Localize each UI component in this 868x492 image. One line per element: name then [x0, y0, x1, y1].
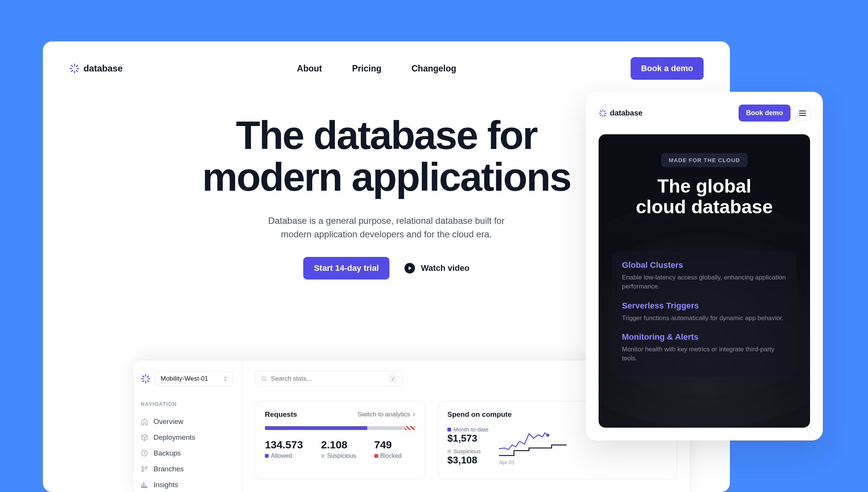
svg-line-14	[143, 381, 144, 382]
menu-button[interactable]	[795, 106, 810, 121]
search-shortcut: /	[389, 375, 397, 383]
metric-value: 134.573	[265, 439, 303, 451]
feature-title: Monitoring & Alerts	[622, 332, 787, 342]
dot-icon	[374, 454, 378, 458]
sidebar-item-label: Insights	[154, 481, 178, 489]
sidebar-item-label: Overview	[154, 418, 183, 426]
sidebar: Mobility-West-01 NAVIGATION Overview Dep…	[133, 360, 242, 492]
mobile-dark-section: MADE FOR THE CLOUD The global cloud data…	[599, 134, 810, 428]
hero-title-line1: The database for	[236, 113, 537, 157]
logo[interactable]: database	[69, 63, 123, 74]
dot-icon	[447, 428, 451, 431]
card-title: Spend on compute	[447, 410, 512, 419]
metric-label: Allowed	[271, 453, 292, 459]
clock-icon	[141, 449, 148, 457]
start-trial-button[interactable]: Start 14-day trial	[303, 257, 389, 279]
dot-icon	[321, 454, 325, 458]
sidebar-item-label: Backups	[154, 449, 181, 457]
feature-item[interactable]: Serverless Triggers Trigger functions au…	[622, 301, 787, 323]
sidebar-item-backups[interactable]: Backups	[141, 445, 234, 461]
feature-item[interactable]: Global Clusters Enable low-latency acces…	[622, 260, 787, 291]
features-list: Global Clusters Enable low-latency acces…	[612, 251, 797, 377]
menu-icon	[799, 111, 806, 116]
hero-subtitle-line2: modern application developers and for th…	[281, 229, 492, 239]
cube-icon	[141, 434, 148, 441]
feature-desc: Trigger functions automatically for dyna…	[622, 314, 787, 323]
watch-video-button[interactable]: Watch video	[404, 263, 470, 273]
chevron-right-icon	[412, 412, 415, 417]
mobile-title: The global cloud database	[612, 176, 797, 217]
requests-card: Requests Switch to analytics 134.573 All…	[255, 401, 425, 479]
svg-line-13	[147, 381, 149, 382]
hero-subtitle-line1: Database is a general purpose, relationa…	[268, 216, 505, 226]
metric-label: Suspicious	[327, 453, 356, 459]
header: database About Pricing Changelog Book a …	[43, 41, 730, 96]
logo-icon	[69, 63, 80, 74]
mobile-preview: database Book demo MADE FOR THE CLOUD Th…	[586, 92, 823, 440]
feature-title: Global Clusters	[622, 260, 787, 270]
nav-label: NAVIGATION	[141, 401, 234, 407]
spend-label: Month-to-date	[453, 426, 488, 433]
mobile-title-line1: The global	[657, 176, 751, 197]
chart-icon	[141, 481, 148, 489]
feature-item[interactable]: Monitoring & Alerts Monitor health with …	[622, 332, 787, 363]
chevron-sort-icon	[223, 376, 228, 382]
nav-about[interactable]: About	[297, 64, 322, 74]
sidebar-item-overview[interactable]: Overview	[141, 414, 234, 430]
feature-desc: Monitor health with key metrics or integ…	[622, 345, 787, 363]
badge: MADE FOR THE CLOUD	[661, 153, 748, 167]
mobile-book-demo-button[interactable]: Book demo	[739, 105, 790, 121]
svg-point-20	[262, 377, 266, 380]
spend-value: $3,108	[447, 454, 488, 466]
svg-line-21	[265, 380, 266, 381]
logo-text: database	[84, 63, 123, 74]
sparkline-chart	[499, 426, 567, 456]
chart-date: Apr 01	[499, 459, 667, 465]
metric-label: Blocked	[380, 453, 402, 459]
nav-changelog[interactable]: Changelog	[412, 64, 456, 74]
spend-label: Suspicious	[453, 448, 481, 454]
search-input[interactable]: /	[255, 371, 402, 387]
svg-point-17	[142, 466, 143, 468]
svg-line-31	[604, 111, 605, 112]
sidebar-item-label: Deployments	[154, 433, 195, 442]
metric-suspicious: 2.108 Suspicious	[321, 439, 356, 459]
hero-title-line2: modern applications	[202, 155, 571, 199]
play-icon	[404, 263, 415, 273]
svg-line-30	[600, 114, 601, 115]
svg-line-12	[143, 376, 144, 377]
sidebar-item-branches[interactable]: Branches	[141, 461, 234, 477]
feature-title: Serverless Triggers	[622, 301, 787, 311]
book-demo-button[interactable]: Book a demo	[631, 57, 704, 80]
dot-icon	[265, 454, 269, 458]
metric-value: 2.108	[321, 439, 356, 451]
home-icon	[141, 418, 148, 425]
metric-blocked: 749 Blocked	[374, 439, 402, 459]
svg-line-4	[71, 65, 73, 67]
watch-video-label: Watch video	[421, 263, 470, 273]
mobile-title-line2: cloud database	[636, 196, 773, 217]
switch-analytics-link[interactable]: Switch to analytics	[357, 411, 415, 418]
mobile-logo-text: database	[610, 109, 643, 117]
nav-pricing[interactable]: Pricing	[352, 64, 382, 74]
search-field[interactable]	[271, 375, 385, 383]
sidebar-item-deployments[interactable]: Deployments	[141, 430, 234, 445]
nav: About Pricing Changelog	[297, 64, 456, 74]
svg-line-29	[604, 114, 605, 115]
dot-icon	[447, 449, 451, 453]
svg-line-15	[147, 376, 149, 377]
card-title: Requests	[265, 410, 297, 419]
mobile-logo[interactable]: database	[599, 109, 643, 117]
project-selector[interactable]: Mobility-West-01	[141, 372, 234, 386]
project-name: Mobility-West-01	[161, 375, 208, 383]
spend-value: $1,573	[447, 433, 488, 444]
card-link-label: Switch to analytics	[357, 411, 410, 418]
search-icon	[261, 376, 267, 382]
feature-desc: Enable low-latency access globally, enha…	[622, 273, 787, 291]
sidebar-item-insights[interactable]: Insights	[141, 477, 234, 492]
svg-line-7	[76, 65, 78, 67]
svg-line-6	[71, 70, 73, 71]
logo-icon	[141, 374, 150, 384]
logo-icon	[599, 109, 607, 117]
svg-line-5	[76, 70, 78, 71]
